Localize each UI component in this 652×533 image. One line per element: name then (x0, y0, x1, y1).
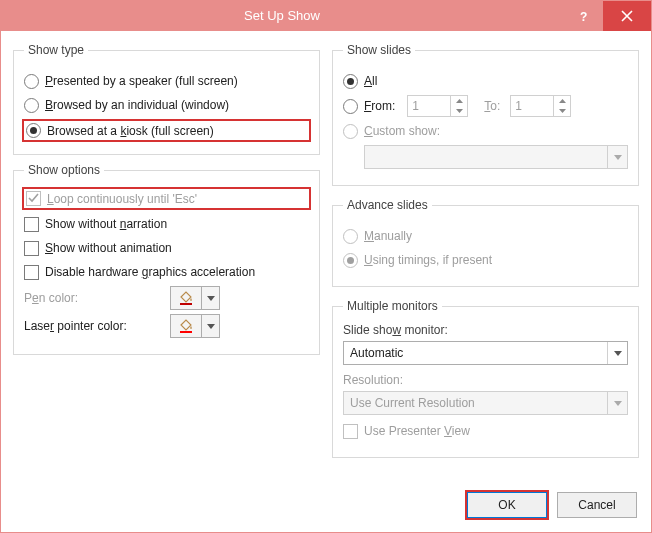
chevron-up-icon (456, 99, 463, 103)
radio-all-slides[interactable]: All (343, 71, 628, 91)
group-show-type-label: Show type (24, 43, 88, 57)
check-disable-graphics[interactable]: Disable hardware graphics acceleration (24, 262, 309, 282)
checkbox-icon (26, 191, 41, 206)
chevron-down-icon (614, 351, 622, 356)
to-label: To: (484, 99, 500, 113)
radio-icon (24, 98, 39, 113)
chevron-down-icon (559, 109, 566, 113)
custom-show-combo-row (343, 145, 628, 169)
from-value[interactable] (408, 96, 450, 116)
group-show-slides: Show slides All From: To: (332, 43, 639, 186)
svg-rect-1 (180, 303, 192, 305)
pen-color-button[interactable] (170, 286, 220, 310)
cancel-button[interactable]: Cancel (557, 492, 637, 518)
check-without-animation[interactable]: Show without animation (24, 238, 309, 258)
to-value[interactable] (511, 96, 553, 116)
group-advance-slides: Advance slides Manually Using timings, i… (332, 198, 639, 287)
group-multiple-monitors-label: Multiple monitors (343, 299, 442, 313)
spinner-down[interactable] (451, 106, 467, 116)
dialog-set-up-show: Set Up Show ? Show type Presented by a s… (0, 0, 652, 533)
radio-icon (343, 229, 358, 244)
radio-label: Browsed by an individual (window) (45, 98, 229, 112)
combo-value (365, 146, 607, 168)
pen-color-label: Pen color: (24, 291, 164, 305)
radio-icon (24, 74, 39, 89)
from-label: From: (364, 99, 395, 113)
radio-using-timings: Using timings, if present (343, 250, 628, 270)
group-show-slides-label: Show slides (343, 43, 415, 57)
from-spinner[interactable] (407, 95, 468, 117)
spinner-down[interactable] (554, 106, 570, 116)
slide-show-monitor-label: Slide show monitor: (343, 323, 628, 337)
radio-label: Custom show: (364, 124, 440, 138)
checkbox-label: Loop continuously until 'Esc' (47, 192, 197, 206)
left-column: Show type Presented by a speaker (full s… (13, 43, 320, 518)
laser-color-label: Laser pointer color: (24, 319, 164, 333)
custom-show-combo (364, 145, 628, 169)
titlebar: Set Up Show ? (1, 1, 651, 31)
checkbox-label: Show without animation (45, 241, 172, 255)
resolution-combo: Use Current Resolution (343, 391, 628, 415)
radio-browsed-kiosk[interactable]: Browsed at a kiosk (full screen) (22, 119, 311, 142)
chevron-down-icon (207, 324, 215, 329)
close-button[interactable] (603, 1, 651, 31)
checkbox-label: Disable hardware graphics acceleration (45, 265, 255, 279)
combo-value: Use Current Resolution (344, 392, 607, 414)
laser-color-row: Laser pointer color: (24, 314, 309, 338)
radio-label: Manually (364, 229, 412, 243)
help-icon: ? (577, 9, 589, 23)
group-show-options-label: Show options (24, 163, 104, 177)
help-button[interactable]: ? (563, 1, 603, 31)
close-icon (621, 10, 633, 22)
radio-label: Browsed at a kiosk (full screen) (47, 124, 214, 138)
chevron-down-icon (207, 296, 215, 301)
radio-icon (343, 124, 358, 139)
chevron-down-icon (614, 401, 622, 406)
svg-rect-2 (180, 331, 192, 333)
chevron-down-icon (456, 109, 463, 113)
checkmark-icon (28, 193, 39, 204)
spinner-up[interactable] (554, 96, 570, 106)
radio-label: Presented by a speaker (full screen) (45, 74, 238, 88)
chevron-down-icon (614, 155, 622, 160)
combo-value: Automatic (344, 342, 607, 364)
group-show-type: Show type Presented by a speaker (full s… (13, 43, 320, 155)
svg-text:?: ? (580, 10, 587, 23)
check-presenter-view: Use Presenter View (343, 421, 628, 441)
checkbox-label: Use Presenter View (364, 424, 470, 438)
laser-color-button[interactable] (170, 314, 220, 338)
paint-bucket-icon (177, 317, 195, 335)
check-without-narration[interactable]: Show without narration (24, 214, 309, 234)
dialog-footer: OK Cancel (467, 492, 637, 518)
radio-label: Using timings, if present (364, 253, 492, 267)
radio-icon (343, 99, 358, 114)
slide-show-monitor-combo[interactable]: Automatic (343, 341, 628, 365)
dialog-body: Show type Presented by a speaker (full s… (1, 31, 651, 532)
spinner-up[interactable] (451, 96, 467, 106)
right-column: Show slides All From: To: (332, 43, 639, 518)
radio-manually: Manually (343, 226, 628, 246)
ok-button[interactable]: OK (467, 492, 547, 518)
pen-color-row: Pen color: (24, 286, 309, 310)
paint-bucket-icon (177, 289, 195, 307)
dialog-title: Set Up Show (1, 1, 563, 31)
radio-browsed-individual[interactable]: Browsed by an individual (window) (24, 95, 309, 115)
radio-label: All (364, 74, 377, 88)
radio-icon (343, 74, 358, 89)
radio-icon (26, 123, 41, 138)
radio-custom-show: Custom show: (343, 121, 628, 141)
to-spinner[interactable] (510, 95, 571, 117)
checkbox-icon (24, 265, 39, 280)
checkbox-label: Show without narration (45, 217, 167, 231)
check-loop-continuously: Loop continuously until 'Esc' (22, 187, 311, 210)
checkbox-icon (24, 217, 39, 232)
checkbox-icon (343, 424, 358, 439)
radio-from-to[interactable]: From: To: (343, 95, 628, 117)
group-show-options: Show options Loop continuously until 'Es… (13, 163, 320, 355)
chevron-up-icon (559, 99, 566, 103)
radio-icon (343, 253, 358, 268)
group-advance-slides-label: Advance slides (343, 198, 432, 212)
resolution-label: Resolution: (343, 373, 628, 387)
radio-presented-speaker[interactable]: Presented by a speaker (full screen) (24, 71, 309, 91)
group-multiple-monitors: Multiple monitors Slide show monitor: Au… (332, 299, 639, 458)
